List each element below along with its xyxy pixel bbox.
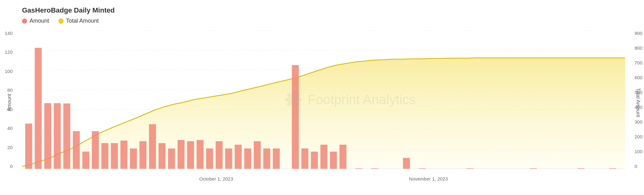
y-left-20: 20 — [7, 145, 13, 150]
y-axis-right: 900 800 700 600 500 400 300 200 100 0 — [635, 31, 642, 169]
svg-point-7 — [285, 98, 291, 102]
bar-23 — [235, 145, 242, 169]
bar-30 — [301, 148, 308, 169]
total-amount-label: Total Amount — [66, 18, 99, 24]
legend-amount: Amount — [22, 18, 49, 24]
bar-9 — [101, 143, 108, 169]
bar-5 — [63, 103, 70, 169]
bar-4 — [54, 103, 61, 169]
svg-point-5 — [292, 102, 296, 109]
legend: Amount Total Amount — [22, 18, 625, 24]
y-left-60: 60 — [7, 107, 13, 112]
y-left-80: 80 — [7, 87, 13, 93]
y-right-300: 300 — [635, 119, 642, 125]
bar-26 — [263, 148, 270, 169]
watermark: Footprint Analytics — [284, 90, 416, 109]
bar-16 — [168, 148, 175, 169]
y-right-700: 700 — [635, 60, 642, 65]
bar-21 — [216, 141, 223, 169]
bar-3 — [44, 103, 51, 169]
bar-6 — [73, 131, 80, 169]
y-right-500: 500 — [635, 90, 642, 95]
bar-31 — [311, 152, 318, 169]
bar-13 — [140, 141, 147, 169]
chart-title: GasHeroBadge Daily Minted — [22, 6, 625, 14]
bar-33 — [330, 152, 337, 169]
bar-12 — [130, 148, 137, 169]
amount-dot — [22, 19, 27, 24]
bar-34 — [339, 145, 346, 169]
bar-18 — [187, 141, 194, 169]
bar-24 — [244, 148, 251, 169]
y-left-0: 0 — [10, 164, 13, 169]
bar-37 — [403, 158, 410, 169]
bar-11 — [120, 141, 127, 169]
legend-total-amount: Total Amount — [58, 18, 99, 24]
chart-container: GasHeroBadge Daily Minted Amount Total A… — [0, 0, 644, 195]
svg-point-3 — [296, 98, 303, 102]
bar-32 — [320, 145, 327, 169]
y-axis-left: 140 120 100 80 60 40 20 0 — [5, 31, 13, 169]
x-label-nov: November 1, 2023 — [409, 176, 448, 181]
amount-label: Amount — [30, 18, 49, 24]
bar-17 — [178, 140, 185, 169]
bar-22 — [225, 148, 232, 169]
bar-2 — [35, 48, 42, 169]
bar-15 — [158, 143, 165, 169]
bar-1 — [25, 124, 32, 169]
y-left-100: 100 — [5, 69, 13, 74]
bar-14 — [149, 124, 156, 169]
y-left-40: 40 — [7, 125, 13, 131]
bar-25 — [254, 141, 261, 169]
total-amount-dot — [58, 19, 64, 24]
watermark-icon — [284, 90, 303, 109]
y-left-120: 120 — [5, 49, 13, 55]
y-right-200: 200 — [635, 134, 642, 139]
y-right-0: 0 — [635, 164, 637, 169]
watermark-text: Footprint Analytics — [308, 92, 416, 107]
y-right-900: 900 — [635, 31, 642, 36]
y-right-800: 800 — [635, 45, 642, 51]
bar-7 — [82, 152, 89, 169]
bar-8 — [92, 131, 99, 169]
svg-point-0 — [291, 97, 296, 102]
x-axis-labels: . October 1, 2023 November 1, 2023 . — [22, 176, 625, 181]
y-right-400: 400 — [635, 104, 642, 110]
bar-27 — [273, 148, 280, 169]
bar-20 — [206, 148, 213, 169]
svg-point-1 — [292, 91, 296, 97]
bar-10 — [111, 143, 118, 169]
bar-29 — [292, 65, 299, 169]
x-label-oct: October 1, 2023 — [199, 176, 233, 181]
y-left-140: 140 — [5, 31, 13, 36]
chart-area: Amount Total Amount 140 120 100 80 60 40… — [22, 31, 625, 169]
y-right-100: 100 — [635, 149, 642, 154]
y-right-600: 600 — [635, 75, 642, 80]
bar-19 — [197, 140, 203, 169]
